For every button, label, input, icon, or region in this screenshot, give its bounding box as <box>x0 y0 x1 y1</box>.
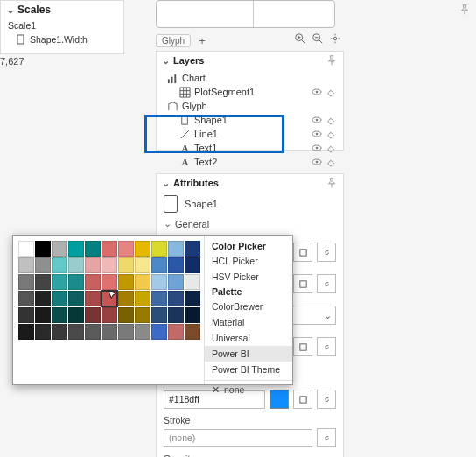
link-icon[interactable] <box>317 337 336 356</box>
bind-icon[interactable] <box>293 274 312 293</box>
color-swatch[interactable] <box>185 257 200 273</box>
color-swatch[interactable] <box>118 324 134 340</box>
link-icon[interactable] <box>317 243 336 262</box>
color-swatch[interactable] <box>35 291 51 306</box>
picker-universal[interactable]: Universal <box>205 330 292 346</box>
picker-powerbi[interactable]: Power BI <box>205 346 292 362</box>
scale-field-row[interactable]: Shape1.Width <box>1 32 123 46</box>
link-icon[interactable] <box>317 274 336 293</box>
color-swatch[interactable] <box>135 291 150 306</box>
color-swatch[interactable] <box>68 257 84 273</box>
color-swatch[interactable] <box>185 241 200 257</box>
visibility-icon[interactable] <box>312 87 322 97</box>
color-swatch[interactable] <box>185 324 200 340</box>
color-swatch[interactable] <box>85 241 101 257</box>
color-swatch[interactable] <box>85 257 101 273</box>
link-icon[interactable] <box>317 428 336 447</box>
visibility-icon[interactable] <box>312 115 322 125</box>
layer-text2[interactable]: A Text2 <box>162 155 338 169</box>
color-swatch[interactable] <box>151 324 167 340</box>
color-swatch[interactable] <box>168 291 184 306</box>
color-swatch[interactable] <box>52 274 67 290</box>
color-swatch[interactable] <box>52 257 67 273</box>
color-swatch[interactable] <box>18 291 34 306</box>
bind-icon[interactable] <box>293 337 312 356</box>
picker-hsv[interactable]: HSV Picker <box>205 269 292 285</box>
color-swatch[interactable] <box>102 257 117 273</box>
general-section[interactable]: ⌄ General <box>157 216 343 231</box>
layer-plotsegment[interactable]: PlotSegment1 <box>162 85 338 99</box>
erase-icon[interactable] <box>326 87 336 97</box>
layer-shape1[interactable]: Shape1 <box>162 113 338 127</box>
color-swatch[interactable] <box>151 241 167 257</box>
bind-icon[interactable] <box>293 243 312 262</box>
color-swatch[interactable] <box>151 291 167 306</box>
picker-none[interactable]: ✕ none <box>205 380 292 398</box>
color-swatch[interactable] <box>68 274 84 290</box>
color-swatch[interactable] <box>135 257 150 273</box>
scales-header[interactable]: ⌄ Scales <box>1 1 123 18</box>
color-swatch[interactable] <box>35 307 51 323</box>
color-swatch[interactable] <box>185 307 200 323</box>
color-swatch[interactable] <box>118 307 134 323</box>
color-swatch[interactable] <box>85 291 101 306</box>
color-swatch[interactable] <box>18 307 34 323</box>
color-swatch[interactable] <box>68 291 84 306</box>
zoom-out-icon[interactable] <box>312 32 324 45</box>
color-swatch[interactable] <box>68 307 84 323</box>
picker-colorbrewer[interactable]: ColorBrewer <box>205 299 292 314</box>
color-swatch[interactable] <box>135 324 150 340</box>
color-swatch[interactable] <box>168 257 184 273</box>
picker-hcl[interactable]: HCL Picker <box>205 253 292 269</box>
color-swatch[interactable] <box>118 274 134 290</box>
color-swatch[interactable] <box>52 307 67 323</box>
stroke-input[interactable] <box>164 429 312 447</box>
color-swatch[interactable] <box>168 307 184 323</box>
erase-icon[interactable] <box>326 157 336 167</box>
color-swatch[interactable] <box>52 241 67 257</box>
color-swatch[interactable] <box>52 291 67 306</box>
color-swatch[interactable] <box>85 324 101 340</box>
layers-header[interactable]: ⌄ Layers <box>157 52 343 69</box>
color-swatch[interactable] <box>102 324 117 340</box>
color-swatch[interactable] <box>35 241 51 257</box>
color-swatch[interactable] <box>168 241 184 257</box>
color-swatch[interactable] <box>68 241 84 257</box>
visibility-icon[interactable] <box>312 129 322 139</box>
attributes-header[interactable]: ⌄ Attributes <box>157 174 343 192</box>
color-swatch[interactable] <box>135 307 150 323</box>
layer-line1[interactable]: Line1 <box>162 127 338 141</box>
layer-glyph[interactable]: Glyph <box>162 99 338 113</box>
color-swatch[interactable] <box>151 257 167 273</box>
color-swatch[interactable] <box>151 274 167 290</box>
bind-icon[interactable] <box>293 390 312 409</box>
color-swatch[interactable] <box>102 307 117 323</box>
layer-chart[interactable]: Chart <box>162 71 338 85</box>
color-swatch[interactable] <box>52 324 67 340</box>
color-swatch[interactable] <box>185 291 200 306</box>
color-swatch[interactable] <box>118 291 134 306</box>
picker-powerbi-theme[interactable]: Power BI Theme <box>205 362 292 377</box>
color-swatch[interactable] <box>85 307 101 323</box>
color-swatch[interactable] <box>35 274 51 290</box>
color-swatch[interactable] <box>168 324 184 340</box>
picker-material[interactable]: Material <box>205 314 292 330</box>
color-swatch[interactable] <box>18 324 34 340</box>
color-swatch[interactable] <box>151 307 167 323</box>
color-swatch[interactable] <box>118 241 134 257</box>
color-swatch[interactable] <box>135 274 150 290</box>
color-swatch[interactable] <box>135 241 150 257</box>
glyph-tag[interactable]: Glyph <box>156 34 191 47</box>
scale1-row[interactable]: Scale1 <box>1 18 123 32</box>
color-swatch[interactable] <box>185 274 200 290</box>
color-swatch[interactable] <box>85 274 101 290</box>
pin-icon[interactable] <box>326 177 338 189</box>
color-swatch[interactable] <box>18 241 34 257</box>
visibility-icon[interactable] <box>312 157 322 167</box>
color-swatch[interactable] <box>35 324 51 340</box>
erase-icon[interactable] <box>326 143 336 153</box>
pin-icon[interactable] <box>326 54 338 67</box>
color-swatch[interactable] <box>102 241 117 257</box>
link-icon[interactable] <box>317 390 336 409</box>
color-swatch[interactable] <box>168 274 184 290</box>
